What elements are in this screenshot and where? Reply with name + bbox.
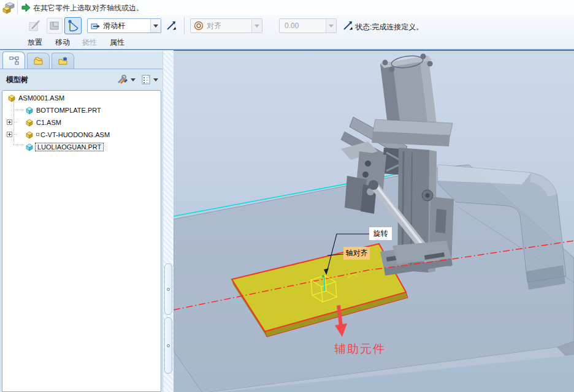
part-icon	[25, 106, 34, 115]
assembly-app-icon	[2, 1, 17, 17]
message-bar: 在其它零件上选取对齐轴线或边。	[0, 0, 574, 15]
list-icon	[141, 75, 151, 85]
separator	[17, 1, 18, 13]
tree-item-label[interactable]: LUOLIAOGUAN.PRT	[35, 143, 104, 151]
tools-icon	[117, 75, 129, 85]
folders-icon	[34, 56, 44, 66]
splitter-handle[interactable]	[164, 317, 172, 374]
tree-row-root[interactable]: ASM0001.ASM	[2, 92, 161, 104]
model-tree: ASM0001.ASM BOTTOMPLATE.PRT C1.ASM	[2, 90, 161, 392]
joint-type-dropdown[interactable]: 滑动杆	[87, 18, 161, 33]
tab-properties[interactable]: 属性	[110, 37, 124, 48]
status-message: 状态:完成连接定义。	[355, 22, 423, 32]
tree-row[interactable]: C1.ASM	[2, 116, 161, 128]
tree-row[interactable]: BOTTOMPLATE.PRT	[2, 104, 161, 116]
constraint-type-dropdown: 对齐	[190, 18, 262, 33]
panel-splitter[interactable]	[163, 51, 174, 392]
ribbon: 在其它零件上选取对齐轴线或边。	[0, 0, 574, 50]
axis-align-label[interactable]: 轴对齐	[343, 247, 370, 260]
splitter-handle[interactable]	[164, 263, 172, 315]
flip-constraint-icon[interactable]	[340, 18, 354, 33]
tab-favorites[interactable]	[52, 53, 74, 69]
assembly-icon	[7, 94, 16, 102]
part-icon	[25, 143, 34, 151]
rotate-drag-label[interactable]: 旋转	[369, 227, 392, 240]
navigator-panel: 模型树	[0, 51, 163, 392]
tab-placement[interactable]: 放置	[28, 37, 42, 48]
edit-datum-button	[27, 18, 43, 34]
offset-value: 0.00	[285, 21, 326, 30]
favorites-folder-icon	[58, 56, 68, 66]
tab-model-tree[interactable]	[2, 51, 25, 69]
connection-definition-button[interactable]	[64, 17, 82, 34]
dropdown-arrow	[251, 19, 262, 32]
joint-type-value: 滑动杆	[103, 21, 150, 31]
expand-icon[interactable]	[7, 132, 12, 137]
graphics-area[interactable]: 旋转 轴对齐 辅助元件	[174, 50, 574, 392]
assembly-icon	[25, 118, 34, 127]
creo-window: 在其它零件上选取对齐轴线或边。	[0, 0, 574, 392]
prompt-arrow-icon	[21, 3, 31, 15]
tree-row-selected[interactable]: LUOLIAOGUAN.PRT	[2, 141, 161, 153]
dropdown-arrow	[326, 19, 336, 32]
model-tree-header: 模型树	[0, 69, 163, 89]
tree-item-label[interactable]: BOTTOMPLATE.PRT	[36, 107, 101, 114]
separator	[184, 17, 185, 34]
footer-marker-icon	[36, 133, 39, 136]
aux-component-annotation: 辅助元件	[334, 343, 386, 355]
align-constraint-icon	[194, 21, 204, 31]
constraint-type-value: 对齐	[207, 21, 251, 31]
assembly-icon	[25, 130, 34, 139]
flip-connection-icon[interactable]	[164, 18, 178, 33]
offset-value-field: 0.00	[279, 18, 337, 33]
assembly-3d-scene	[174, 51, 574, 392]
tree-item-label[interactable]: ASM0001.ASM	[18, 94, 64, 102]
slider-joint-icon	[90, 21, 100, 31]
panel-title: 模型树	[6, 75, 28, 85]
tree-settings-button[interactable]	[117, 72, 136, 87]
component-placement-button	[47, 18, 63, 34]
tree-item-label[interactable]: C-VT-HUODONG.ASM	[40, 131, 110, 138]
tab-flexibility: 挠性	[82, 37, 97, 48]
tab-folder-browser[interactable]	[27, 53, 50, 69]
prompt-message: 在其它零件上选取对齐轴线或边。	[33, 3, 144, 13]
tab-move[interactable]: 移动	[55, 37, 70, 48]
model-tree-icon	[9, 56, 19, 66]
dropdown-arrow[interactable]	[150, 19, 161, 32]
tree-display-button[interactable]	[141, 72, 158, 87]
expand-icon[interactable]	[7, 119, 12, 125]
tree-item-label[interactable]: C1.ASM	[36, 119, 61, 126]
tree-row[interactable]: C-VT-HUODONG.ASM	[2, 129, 161, 140]
